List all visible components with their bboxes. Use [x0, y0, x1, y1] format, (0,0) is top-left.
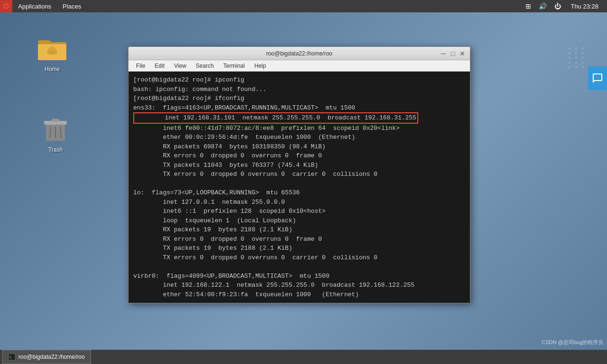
terminal-line-2: inet6 fe80::41d7:8072:ac/8:ee8 prefixlen… [133, 125, 414, 298]
file-menu[interactable]: File [132, 62, 149, 70]
svg-point-1 [5, 5, 8, 8]
svg-text:$: $ [9, 355, 11, 359]
clock: Thu 23:28 [567, 3, 602, 10]
menubar-right: ⊞ 🔊 ⏻ Thu 23:28 [524, 2, 607, 10]
home-folder-icon [37, 34, 67, 64]
svg-rect-4 [50, 51, 54, 55]
highlighted-inet-line: inet 192.168.31.101 netmask 255.255.255.… [133, 112, 418, 124]
terminal-title: roo@bigdata22:/home/roo [132, 50, 466, 57]
home-label: Home [45, 66, 60, 73]
taskbar-terminal-label: roo@bigdata22:/home/roo [18, 354, 85, 360]
minimize-button[interactable]: ─ [440, 50, 447, 57]
terminal-body[interactable]: [root@bigdata22 roo]# ipconfig bash: ipc… [129, 72, 470, 303]
home-icon[interactable]: Home [31, 31, 74, 75]
terminal-line-1: [root@bigdata22 roo]# ipconfig bash: ipc… [133, 76, 355, 111]
volume-icon: 🔊 [537, 2, 549, 10]
view-menu[interactable]: View [170, 62, 190, 70]
taskbar: $ roo@bigdata22:/home/roo [0, 350, 607, 364]
terminal-window: roo@bigdata22:/home/roo ─ □ ✕ File Edit … [128, 46, 470, 303]
trash-icon[interactable]: Trash [34, 111, 77, 156]
power-icon: ⏻ [552, 2, 563, 10]
applications-menu[interactable]: Applications [12, 0, 57, 12]
terminal-menubar: File Edit View Search Terminal Help [129, 60, 470, 72]
close-button[interactable]: ✕ [459, 50, 466, 57]
edit-menu[interactable]: Edit [151, 62, 168, 70]
trash-icon-img [40, 114, 71, 145]
terminal-menu[interactable]: Terminal [220, 62, 248, 70]
help-menu[interactable]: Help [250, 62, 270, 70]
maximize-button[interactable]: □ [449, 50, 457, 57]
terminal-titlebar: roo@bigdata22:/home/roo ─ □ ✕ [129, 47, 470, 60]
dots-decoration [569, 47, 586, 68]
network-icon: ⊞ [524, 2, 533, 10]
svg-rect-7 [52, 119, 59, 122]
search-menu[interactable]: Search [192, 62, 218, 70]
csdn-watermark: CSDN @总写bug的程序员 [542, 339, 603, 346]
places-menu[interactable]: Places [57, 0, 87, 12]
taskbar-terminal-item[interactable]: $ roo@bigdata22:/home/roo [2, 350, 91, 364]
taskbar-terminal-icon: $ [8, 353, 16, 361]
terminal-controls: ─ □ ✕ [440, 50, 466, 57]
chat-bubble-icon[interactable] [588, 66, 607, 90]
distro-icon [0, 0, 12, 12]
menubar: Applications Places ⊞ 🔊 ⏻ Thu 23:28 [0, 0, 607, 12]
desktop: Applications Places ⊞ 🔊 ⏻ Thu 23:28 Home [0, 0, 607, 364]
trash-label: Trash [48, 146, 63, 153]
